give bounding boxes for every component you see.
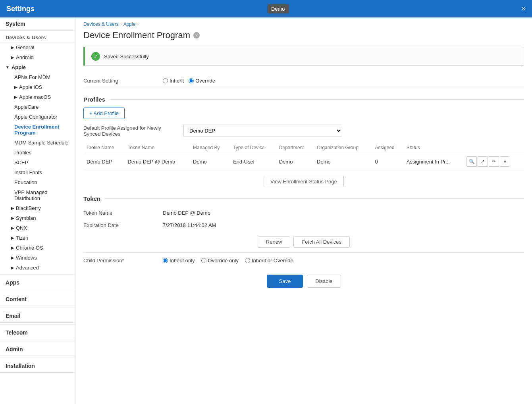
sidebar-item-windows[interactable]: ▶ Windows [0,253,75,263]
override-only-radio[interactable] [201,258,206,263]
col-status: Status [403,142,464,153]
breadcrumb-devices-users[interactable]: Devices & Users [83,21,119,27]
content-area: ✓ Saved Successfully Current Setting Inh… [75,47,532,302]
renew-button[interactable]: Renew [258,236,290,248]
col-type-device: Type of Device [230,142,276,153]
token-name-label: Token Name [83,210,163,216]
sidebar-item-device-enrollment-program[interactable]: Device Enrollment Program [0,122,75,138]
override-radio-label[interactable]: Override [189,78,215,84]
breadcrumb-apple[interactable]: Apple [123,21,136,27]
sidebar-item-admin[interactable]: Admin [0,343,75,356]
edit-row-button[interactable]: ✏ [489,156,499,167]
sidebar-item-telecom[interactable]: Telecom [0,326,75,339]
cell-department: Demo [276,153,314,170]
token-info: Token Name Demo DEP @ Demo Expiration Da… [83,207,524,231]
sidebar-item-android[interactable]: ▶ Android [0,52,75,62]
disable-button[interactable]: Disable [307,275,341,288]
app-title: Settings [6,5,35,13]
sidebar-item-advanced[interactable]: ▶ Advanced [0,263,75,273]
sidebar-item-apple-ios[interactable]: ▶ Apple iOS [0,82,75,92]
sidebar-item-tizen[interactable]: ▶ Tizen [0,233,75,243]
help-icon[interactable]: ? [193,32,200,38]
sidebar-item-content[interactable]: Content [0,293,75,306]
breadcrumb-sep2: › [137,21,139,27]
sidebar-item-apns-for-mdm[interactable]: APNs For MDM [0,72,75,82]
page-title-area: Device Enrollment Program ? [75,27,532,47]
sidebar-item-apple-macos[interactable]: ▶ Apple macOS [0,92,75,102]
sidebar-item-education[interactable]: Education [0,177,75,187]
arrow-down-icon: ▼ [6,65,10,69]
current-setting-label: Current Setting [83,78,163,84]
save-button[interactable]: Save [267,275,303,288]
child-permission-label: Child Permission* [83,258,163,264]
override-radio[interactable] [189,78,194,83]
col-org-group: Organization Group [314,142,372,153]
inherit-only-label[interactable]: Inherit only [163,258,195,264]
child-permission-options: Inherit only Override only Inherit or Ov… [163,258,293,264]
sidebar-item-apple-configurator[interactable]: Apple Configurator [0,112,75,122]
demo-badge: Demo [267,4,289,13]
sidebar-item-applecare[interactable]: AppleCare [0,102,75,112]
arrow-icon: ▶ [14,95,17,99]
sidebar-item-installation[interactable]: Installation [0,360,75,373]
sidebar-item-system[interactable]: System [0,17,75,31]
default-profile-label: Default Profile Assigned for Newly Synce… [83,125,179,137]
add-profile-button[interactable]: + Add Profile [83,108,125,119]
sidebar-item-general[interactable]: ▶ General [0,42,75,52]
override-only-label[interactable]: Override only [201,258,239,264]
sidebar-item-email[interactable]: Email [0,310,75,323]
success-message: Saved Successfully [104,54,149,60]
arrow-icon: ▶ [11,216,14,220]
arrow-icon: ▶ [14,85,17,89]
inherit-radio-label[interactable]: Inherit [163,78,184,84]
sidebar-item-chrome-os[interactable]: ▶ Chrome OS [0,243,75,253]
sidebar-item-scep[interactable]: SCEP [0,158,75,167]
cell-row-actions: 🔍 ↗ ✏ ▾ [463,153,524,170]
current-setting-row: Current Setting Inherit Override [83,74,524,88]
sidebar-item-symbian[interactable]: ▶ Symbian [0,213,75,223]
inherit-or-override-radio[interactable] [245,258,250,263]
edit-external-button[interactable]: ↗ [478,156,488,167]
cell-token-name: Demo DEP @ Demo [124,153,190,170]
table-row: Demo DEP Demo DEP @ Demo Demo End-User D… [83,153,524,170]
inherit-radio[interactable] [163,78,168,83]
sidebar-item-apps[interactable]: Apps [0,276,75,289]
col-profile-name: Profile Name [83,142,124,153]
sidebar-item-qnx[interactable]: ▶ QNX [0,223,75,233]
main-content: Devices & Users › Apple › Device Enrollm… [75,17,532,404]
arrow-icon: ▶ [11,55,14,60]
arrow-icon: ▶ [11,226,14,230]
col-managed-by: Managed By [190,142,230,153]
sidebar-item-install-fonts[interactable]: Install Fonts [0,167,75,177]
col-department: Department [276,142,314,153]
inherit-or-override-label[interactable]: Inherit or Override [245,258,293,264]
sidebar-item-vpp[interactable]: VPP Managed Distribution [0,187,75,203]
profiles-table: Profile Name Token Name Managed By Type … [83,142,524,170]
inherit-only-radio[interactable] [163,258,168,263]
col-actions [463,142,524,153]
cell-status: Assignment In Pr... [403,153,464,170]
search-row-button[interactable]: 🔍 [466,156,477,167]
row-action-buttons: 🔍 ↗ ✏ ▾ [466,156,521,167]
sidebar-item-apple[interactable]: ▼ Apple [0,62,75,72]
cell-type-device: End-User [230,153,276,170]
arrow-icon: ▶ [11,236,14,240]
close-button[interactable]: × [521,5,526,13]
bottom-actions: Save Disable [83,268,524,294]
breadcrumb-sep1: › [120,21,122,27]
dropdown-row-button[interactable]: ▾ [500,156,510,167]
default-profile-select[interactable]: Demo DEP [183,125,342,137]
arrow-icon: ▶ [11,265,14,270]
token-action-buttons: Renew Fetch All Devices [83,236,524,248]
sidebar: System Devices & Users ▶ General ▶ Andro… [0,17,75,404]
token-section-header: Token [83,195,524,202]
col-assigned: Assigned [372,142,403,153]
profiles-section-header: Profiles [83,96,524,103]
sidebar-item-mdm-sample-schedule[interactable]: MDM Sample Schedule [0,138,75,148]
arrow-icon: ▶ [11,256,14,260]
fetch-all-devices-button[interactable]: Fetch All Devices [293,236,350,248]
view-enrollment-button[interactable]: View Enrollment Status Page [264,176,344,187]
sidebar-item-profiles[interactable]: Profiles [0,148,75,158]
sidebar-item-blackberry[interactable]: ▶ BlackBerry [0,203,75,213]
child-permission-row: Child Permission* Inherit only Override … [83,252,524,268]
